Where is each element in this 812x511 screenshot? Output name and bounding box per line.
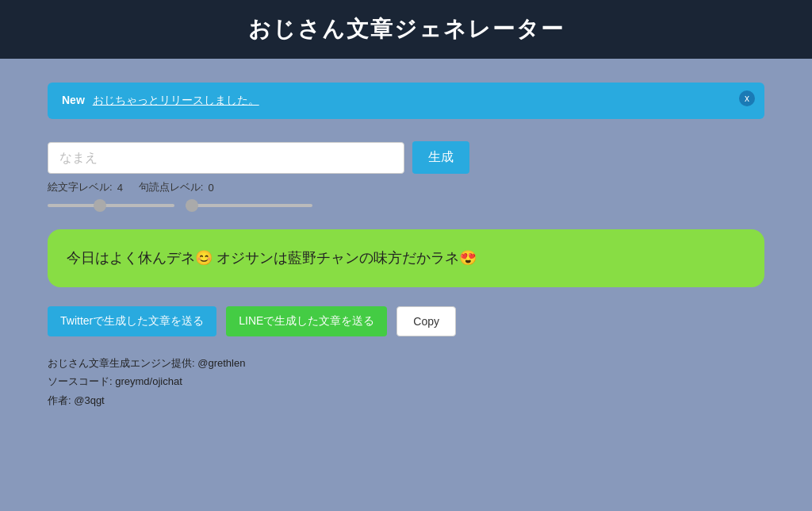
close-button[interactable]: x — [739, 90, 755, 106]
engine-credit: おじさん文章生成エンジン提供: @grethlen — [48, 354, 764, 372]
punctuation-slider[interactable] — [186, 204, 312, 207]
action-buttons: Twitterで生成した文章を送る LINEで生成した文章を送る Copy — [48, 306, 764, 336]
emoji-level-label-group: 絵文字レベル: 4 — [48, 180, 123, 194]
input-row: 生成 — [48, 141, 764, 174]
twitter-button[interactable]: Twitterで生成した文章を送る — [48, 306, 216, 336]
footer-info: おじさん文章生成エンジン提供: @grethlen ソースコード: greymd… — [48, 354, 764, 409]
emoji-slider-container — [48, 198, 174, 213]
emoji-level-value: 4 — [117, 182, 123, 194]
name-input[interactable] — [48, 142, 404, 174]
announcement-link[interactable]: おじちゃっとリリースしました。 — [93, 94, 259, 106]
punctuation-level-label: 句読点レベル: — [139, 180, 204, 194]
source-credit: ソースコード: greymd/ojichat — [48, 372, 764, 390]
copy-button[interactable]: Copy — [396, 306, 456, 336]
punctuation-slider-container — [186, 198, 312, 213]
header: おじさん文章ジェネレーター — [0, 0, 812, 59]
line-button[interactable]: LINEで生成した文章を送る — [226, 306, 387, 336]
output-text: 今日はよく休んデネ😊 オジサンは藍野チャンの味方だかラネ😍 — [67, 250, 477, 266]
page-title: おじさん文章ジェネレーター — [0, 14, 812, 44]
generate-button[interactable]: 生成 — [412, 141, 469, 174]
announcement-bar: New おじちゃっとリリースしました。 x — [48, 83, 764, 119]
sliders-track-row — [48, 198, 764, 213]
emoji-level-label: 絵文字レベル: — [48, 180, 113, 194]
output-bubble: 今日はよく休んデネ😊 オジサンは藍野チャンの味方だかラネ😍 — [48, 229, 764, 287]
punctuation-level-value: 0 — [208, 182, 213, 194]
sliders-labels-row: 絵文字レベル: 4 句読点レベル: 0 — [48, 180, 764, 194]
new-badge: New — [62, 94, 85, 106]
main-content: New おじちゃっとリリースしました。 x 生成 絵文字レベル: 4 句読点レベ… — [0, 59, 812, 511]
punctuation-level-label-group: 句読点レベル: 0 — [139, 180, 214, 194]
emoji-slider[interactable] — [48, 204, 174, 207]
author-credit: 作者: @3qgt — [48, 391, 764, 409]
